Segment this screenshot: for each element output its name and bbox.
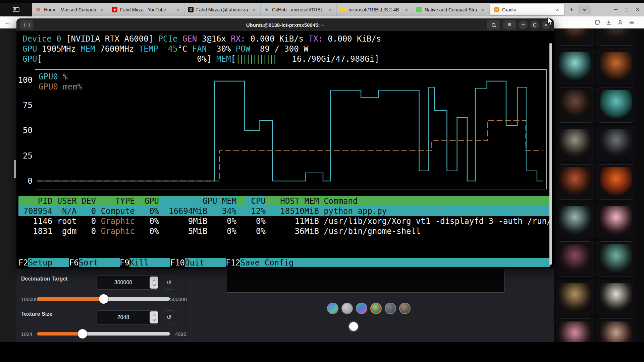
decimation-slider-row: 100000 500000	[16, 294, 191, 304]
lighting-handle[interactable]	[349, 322, 358, 331]
process-table-header: PID USER DEV TYPE GPU GPU MEM CPU HOST M…	[18, 196, 550, 206]
browser-tab-bar: M Home - Massed Compute × Fahd Mirza - Y…	[0, 3, 644, 16]
decimation-reset-button[interactable]: ↺	[163, 276, 175, 290]
slider-fill	[37, 332, 83, 336]
thumbnail-pink-building-partial[interactable]	[556, 318, 594, 342]
fkey-kill[interactable]: F9Kill	[120, 258, 170, 267]
slider-knob[interactable]	[99, 294, 108, 304]
tab-close-icon[interactable]: ×	[404, 7, 409, 12]
tab-massed-compute[interactable]: M Home - Massed Compute ×	[32, 3, 108, 16]
thumbnail-flower-pot[interactable]	[597, 280, 635, 315]
halloween-grave-image	[559, 244, 591, 274]
tab-close-icon[interactable]: ×	[175, 7, 181, 12]
youtube-favicon-icon	[112, 7, 117, 12]
tab-list-button[interactable]	[578, 5, 591, 14]
tab-huggingface-trellis[interactable]: microsoft/TRELLIS.2-4B ×	[337, 3, 413, 16]
thumbnail-halloween-grave[interactable]	[556, 241, 594, 277]
spider-chair-image	[559, 90, 591, 119]
terminal-titlebar[interactable]: + Ubuntu@0138-ict-prxmx50045: ~ ≡ ×	[16, 18, 554, 31]
normal-map-sphere-icon[interactable]	[327, 303, 338, 314]
fkey-sort[interactable]: F6Sort	[69, 258, 120, 267]
tab-github-trellis[interactable]: GitHub - microsoft/TREL ×	[261, 3, 337, 16]
terminal-search-button[interactable]	[487, 20, 500, 29]
tab-title: GitHub - microsoft/TREL	[272, 7, 325, 12]
small-house-partial-image	[600, 321, 632, 342]
process-row-xorg[interactable]: 1146 root 0 Graphic 0% 9MiB 0% 0% 11MiB …	[18, 216, 550, 226]
tab-youtube[interactable]: Fahd Mirza - YouTube ×	[108, 3, 184, 16]
terminal-menu-button[interactable]: ≡	[503, 20, 516, 29]
slider-min-label: 100000	[16, 296, 37, 302]
process-row-gnome-shell[interactable]: 1831 gdm 0 Graphic 0% 5MiB 0% 0% 36MiB /…	[18, 226, 550, 236]
terminal-minimize-button[interactable]	[519, 20, 528, 29]
slider-knob[interactable]	[78, 329, 87, 339]
number-stepper[interactable]	[150, 277, 158, 289]
menu-icon[interactable]	[629, 19, 635, 25]
terminal-maximize-button[interactable]	[530, 20, 539, 29]
thumbnail-autumn-foliage[interactable]	[597, 49, 635, 84]
minimize-icon[interactable]	[614, 9, 618, 10]
pink-building-partial-image	[559, 321, 591, 342]
thumbnail-aquarium-jar[interactable]	[556, 49, 594, 84]
new-tab-button[interactable]: +	[570, 6, 574, 13]
device-info-line: Device 0 [NVIDIA RTX A6000] PCIe GEN 3@1…	[22, 34, 381, 44]
close-icon[interactable]: ×	[636, 7, 639, 13]
bottom-black-bar	[0, 342, 644, 362]
rainbow-sphere-icon[interactable]	[356, 303, 367, 314]
fkey-save-config[interactable]: F12Save Config	[226, 258, 550, 267]
thumbnail-spider-chair[interactable]	[556, 87, 594, 123]
clock-temp-line: GPU 1905MHz MEM 7600MHz TEMP 45°C FAN 30…	[22, 44, 309, 54]
page-scrollbar-fragment[interactable]	[14, 160, 16, 178]
tab-x-fahdmirza[interactable]: X Fahd Mirza (@fahdmirza ×	[184, 3, 261, 16]
thumbnail-pink-dress-girl[interactable]	[597, 203, 635, 238]
tab-native-compact[interactable]: Native and Compact Stru ×	[413, 3, 489, 16]
toolbar-right-icons	[594, 16, 635, 28]
legend-gpu: GPU0 %	[39, 72, 68, 82]
number-stepper[interactable]	[150, 311, 158, 323]
decimation-target-input[interactable]: 300000	[97, 276, 159, 290]
shield-icon[interactable]	[594, 19, 600, 25]
firefox-view-button[interactable]	[0, 3, 32, 16]
texture-slider[interactable]	[37, 332, 170, 336]
download-icon[interactable]	[606, 19, 612, 25]
thumbnail-windmill[interactable]	[556, 280, 594, 315]
thumbnail-island-diorama[interactable]	[597, 87, 635, 123]
process-row-python[interactable]: 708954 N/A 0 Compute 0% 16694MiB 34% 12%…	[18, 206, 550, 216]
texture-size-input[interactable]: 2048	[97, 310, 159, 324]
tab-title: Fahd Mirza - YouTube	[120, 7, 173, 12]
thumbnail-autumn-tree[interactable]	[597, 164, 635, 200]
search-icon	[492, 23, 495, 27]
thumbnail-turkey-character[interactable]	[556, 164, 594, 200]
dark-sphere-icon[interactable]	[385, 303, 396, 314]
environment-sphere-icon[interactable]	[370, 303, 382, 314]
thumbnail-dark-creature-partial[interactable]	[597, 28, 635, 46]
decimation-slider[interactable]	[37, 297, 170, 301]
tab-close-icon[interactable]: ×	[555, 7, 560, 12]
tab-gradio-active[interactable]: Gradio ×	[490, 4, 564, 15]
thumbnail-small-house-partial[interactable]	[597, 318, 635, 342]
gray-sphere-icon[interactable]	[341, 303, 353, 314]
texture-size-value[interactable]: 2048	[97, 314, 150, 320]
thumbnail-figure-legs-partial[interactable]	[556, 28, 594, 46]
texture-reset-button[interactable]: ↺	[163, 310, 175, 324]
thumbnail-stone-throne[interactable]	[556, 126, 594, 161]
decimation-target-label: Decimation Target	[21, 276, 67, 282]
restore-icon[interactable]	[625, 8, 628, 11]
decimation-target-value[interactable]: 300000	[97, 280, 150, 286]
terminal-scrollbar[interactable]	[549, 43, 552, 265]
back-button[interactable]: ←	[5, 19, 11, 26]
thumbnail-courier-motorcycle[interactable]	[597, 241, 635, 277]
y-tick-100: 100	[18, 75, 33, 85]
tab-close-icon[interactable]: ×	[328, 7, 333, 12]
tab-close-icon[interactable]: ×	[252, 7, 257, 12]
fkey-setup[interactable]: F2Setup	[18, 258, 69, 267]
gradio-3d-viewer[interactable]	[227, 269, 504, 293]
fkey-quit[interactable]: F10Quit	[170, 258, 226, 267]
texture-size-label: Texture Size	[21, 311, 52, 317]
thumbnail-dark-armor[interactable]	[597, 126, 635, 161]
account-icon[interactable]	[617, 19, 623, 25]
scene-sphere-icon[interactable]	[399, 303, 411, 314]
tab-close-icon[interactable]: ×	[480, 7, 485, 12]
terminal-new-tab-button[interactable]: +	[20, 20, 34, 29]
tab-close-icon[interactable]: ×	[99, 7, 105, 12]
thumbnail-bottle-village[interactable]	[556, 203, 594, 238]
